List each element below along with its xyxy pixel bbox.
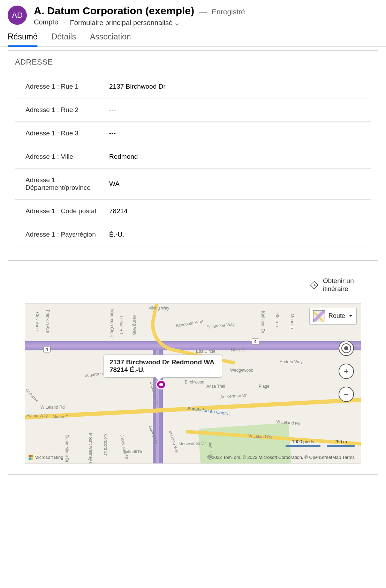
field-label: Adresse 1 : Ville xyxy=(25,153,102,161)
avatar: AD xyxy=(8,6,27,25)
scale-label-ft: 1000 pieds xyxy=(292,439,314,444)
map-pin-tooltip: 2137 Birchwood Dr Redmond WA 78214 É.-U. xyxy=(104,355,222,378)
road-label: Franklin Ave xyxy=(45,310,50,333)
page-title: A. Datum Corporation (exemple) xyxy=(34,5,194,17)
field-label: Adresse 1 : Département/province xyxy=(25,176,102,192)
field-label: Adresse 1 : Rue 2 xyxy=(25,106,102,114)
tab-details[interactable]: Détails xyxy=(52,32,76,46)
road-label: Niles Ct xyxy=(231,348,245,352)
address-section-title: ADRESSE xyxy=(15,58,371,67)
field-value: É.-U. xyxy=(109,231,361,238)
tab-resume[interactable]: Résumé xyxy=(8,32,38,46)
field-street-2[interactable]: Adresse 1 : Rue 2 --- xyxy=(15,98,371,122)
road-label: Viking Way xyxy=(149,306,169,311)
directions-link[interactable]: Obtenir un itinéraire xyxy=(323,277,361,293)
road-label: Wedgewood xyxy=(230,368,253,373)
road-label: Montevideo Dr xyxy=(179,440,206,446)
title-separator: — xyxy=(199,7,207,16)
field-country[interactable]: Adresse 1 : Pays/région É.-U. xyxy=(15,223,371,246)
road-label: Alamo Way xyxy=(27,413,48,418)
road-label: W Leland Rd xyxy=(40,405,65,410)
road-label: Etta Circle xyxy=(196,349,215,354)
map-style-selector[interactable]: Route xyxy=(309,308,357,325)
map-scale: 1000 pieds 250 m xyxy=(286,439,355,447)
road-label: Loftus Rd xyxy=(119,316,124,334)
field-value: Redmond xyxy=(109,153,361,161)
save-status: Enregistré xyxy=(212,8,245,16)
map-card: Obtenir un itinéraire 4 4 Viking Way Sch… xyxy=(8,270,378,475)
road-label: Birchwood xyxy=(185,380,204,385)
map-pin[interactable] xyxy=(156,380,166,389)
field-postal[interactable]: Adresse 1 : Code postal 78214 xyxy=(15,200,371,223)
road-label: Monetta xyxy=(290,314,295,329)
road-label: Sharon xyxy=(275,313,280,327)
field-value: WA xyxy=(109,180,361,188)
address-card: ADRESSE Adresse 1 : Rue 1 2137 Birchwood… xyxy=(8,50,378,261)
road-label: Plage xyxy=(259,384,270,389)
road-label: Santa Maria Dr xyxy=(65,434,69,462)
chevron-down-icon xyxy=(175,21,180,25)
road-label: Concord Dr xyxy=(103,434,108,455)
locate-button[interactable] xyxy=(339,341,354,356)
tab-bar: Résumé Détails Association xyxy=(0,29,386,47)
field-value: 78214 xyxy=(109,207,361,215)
field-label: Adresse 1 : Rue 1 xyxy=(25,83,102,90)
road-label: Anza Trail xyxy=(206,384,225,389)
form-selector[interactable]: Formulaire principal personnalisé xyxy=(70,18,180,27)
directions-icon xyxy=(310,281,319,290)
field-city[interactable]: Adresse 1 : Ville Redmond xyxy=(15,145,371,169)
zoom-in-button[interactable]: + xyxy=(339,364,354,379)
field-value: 2137 Birchwood Dr xyxy=(109,83,361,90)
road-label: Alamo Ct xyxy=(52,415,69,419)
microsoft-icon xyxy=(29,455,33,460)
road-label: W Leland Rd xyxy=(248,433,273,440)
field-label: Adresse 1 : Code postal xyxy=(25,207,102,215)
field-label: Adresse 1 : Rue 3 xyxy=(25,129,102,137)
scale-bar xyxy=(327,445,355,447)
zoom-out-button[interactable]: − xyxy=(339,387,354,402)
highway-shield: 4 xyxy=(43,346,51,352)
field-value: --- xyxy=(109,106,361,114)
map-style-label: Route xyxy=(328,312,345,320)
field-value: --- xyxy=(109,129,361,137)
road-label: Andrea Way xyxy=(280,359,303,364)
highway-shield: 4 xyxy=(252,338,259,345)
caret-down-icon xyxy=(349,315,353,319)
map-logo: Microsoft Bing xyxy=(29,455,63,460)
road-label: Mount Whitney Dr xyxy=(88,433,93,464)
road-label: Daffodil Dr xyxy=(123,449,142,454)
dot-separator: · xyxy=(63,18,65,26)
road-label: Maureen Circle xyxy=(109,309,114,337)
road-label: Viking Way xyxy=(132,314,137,335)
field-state[interactable]: Adresse 1 : Département/province WA xyxy=(15,169,371,200)
map[interactable]: 4 4 Viking Way Schooner Way Spinnaker Wa… xyxy=(25,303,361,464)
scale-bar xyxy=(286,445,320,447)
map-style-icon xyxy=(313,310,325,322)
map-zoom-controls: + − xyxy=(339,341,354,402)
map-attribution[interactable]: © 2022 TomTom, © 2022 Microsoft Corporat… xyxy=(207,455,355,460)
field-street-3[interactable]: Adresse 1 : Rue 3 --- xyxy=(15,122,371,145)
entity-type: Compte xyxy=(34,18,58,26)
map-logo-text: Microsoft Bing xyxy=(35,455,63,460)
tab-association[interactable]: Association xyxy=(90,32,131,46)
road-label: Kathleen Dr xyxy=(260,311,265,333)
field-label: Adresse 1 : Pays/région xyxy=(25,231,102,238)
form-selector-label: Formulaire principal personnalisé xyxy=(70,18,173,27)
scale-label-m: 250 m xyxy=(334,439,347,444)
road-label: Cleveland xyxy=(35,312,40,330)
field-street-1[interactable]: Adresse 1 : Rue 1 2137 Birchwood Dr xyxy=(15,75,371,98)
